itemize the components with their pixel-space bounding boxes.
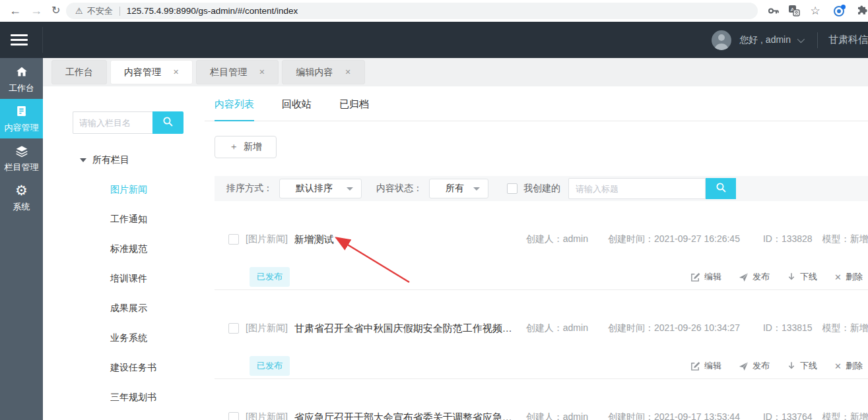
tree-item[interactable]: 工作通知 [63, 204, 193, 234]
item-checkbox[interactable] [228, 412, 239, 420]
tree-item[interactable]: 三年规划书 [63, 382, 193, 412]
app-header: 您好 , admin 甘肃科信 [0, 22, 868, 58]
item-category: [图片新闻] [246, 322, 288, 334]
delete-button[interactable]: ✕ 删除 [834, 360, 863, 372]
browser-reload-icon[interactable]: ↻ [51, 3, 60, 18]
tab-archived[interactable]: 已归档 [339, 98, 369, 121]
content-panel: 内容列表 回收站 已归档 ＋ 新增 排序方式： 默认排序 内容状态： 所有 我创… [205, 86, 868, 420]
send-icon [739, 361, 749, 371]
sidebar-item-columns[interactable]: 栏目管理 [0, 138, 43, 178]
sidebar-item-label: 内容管理 [5, 122, 39, 134]
page-tab-edit[interactable]: 编辑内容 ✕ [282, 60, 364, 84]
item-title[interactable]: 省应急厅召开干部大会宣布省委关于调整省应急… [294, 411, 522, 420]
tree-item[interactable]: 培训课件 [63, 264, 193, 293]
offline-button[interactable]: 下线 [787, 271, 817, 283]
edit-button[interactable]: 编辑 [690, 360, 721, 372]
sidebar-item-workbench[interactable]: 工作台 [0, 59, 43, 99]
browser-forward-icon[interactable]: → [30, 3, 42, 18]
page-tab-strip: 工作台 内容管理 ✕ 栏目管理 ✕ 编辑内容 ✕ [43, 58, 868, 86]
sidebar-item-content[interactable]: 内容管理 [0, 99, 43, 138]
sidebar-item-system[interactable]: ⚙ 系统 [0, 178, 43, 218]
page-tab-columns[interactable]: 栏目管理 ✕ [196, 60, 279, 84]
tree-root-all-columns[interactable]: 所有栏目 [63, 151, 193, 169]
item-action-row: 已发布 编辑 发布 下线 ✕ [215, 353, 868, 378]
caret-down-icon [347, 187, 353, 191]
item-title[interactable]: 新增测试 [294, 233, 522, 246]
column-search-input[interactable] [73, 111, 152, 134]
item-created-time: 创建时间：2021-09-17 13:53:44 [608, 411, 740, 420]
action-label: 发布 [752, 271, 770, 283]
tree-item[interactable]: 标准规范 [63, 234, 193, 264]
delete-button[interactable]: ✕ 删除 [834, 271, 863, 283]
item-model: 模型：新增 [822, 411, 868, 420]
delete-x-icon: ✕ [834, 361, 842, 371]
offline-button[interactable]: 下线 [787, 360, 817, 372]
filter-bar: 排序方式： 默认排序 内容状态： 所有 我创建的 [215, 176, 868, 201]
document-icon [15, 104, 28, 119]
status-select[interactable]: 所有 [429, 179, 488, 198]
title-search-input[interactable] [568, 178, 706, 199]
item-title-row: [图片新闻] 省应急厅召开干部大会宣布省委关于调整省应急… 创建人：admin … [215, 407, 868, 420]
title-search-button[interactable] [706, 178, 736, 199]
item-title-row: [图片新闻] 新增测试 创建人：admin 创建时间：2021-09-27 16… [215, 229, 868, 250]
column-search-button[interactable] [152, 111, 184, 134]
tree-item[interactable]: 建设任务书 [63, 353, 193, 382]
tree-item[interactable]: 成果展示 [63, 293, 193, 323]
content-list-item: [图片新闻] 甘肃省召开全省中秋国庆假期安全防范工作视频… 创建人：admin … [215, 290, 868, 379]
header-divider [42, 27, 43, 53]
column-tree-panel: 所有栏目 图片新闻 工作通知 标准规范 培训课件 成果展示 业务系统 建设任务书… [63, 96, 193, 420]
tree-item[interactable]: 业务系统 [63, 323, 193, 353]
close-icon[interactable]: ✕ [173, 68, 179, 76]
tree-item[interactable]: 图片新闻 [63, 175, 193, 204]
content-list-item: [图片新闻] 省应急厅召开干部大会宣布省委关于调整省应急… 创建人：admin … [215, 379, 868, 420]
url-text: 125.75.4.99:8990/gs-admin/#/content/inde… [127, 6, 298, 16]
action-label: 编辑 [704, 271, 721, 283]
sort-select[interactable]: 默认排序 [279, 179, 362, 198]
item-checkbox[interactable] [228, 323, 239, 334]
user-area: 您好 , admin 甘肃科信 [712, 22, 868, 58]
user-greeting[interactable]: 您好 , admin [739, 34, 791, 46]
org-name: 甘肃科信 [828, 34, 868, 46]
action-label: 删除 [846, 271, 863, 283]
created-by-me-checkbox[interactable] [507, 183, 517, 194]
status-badge: 已发布 [250, 267, 290, 287]
password-key-icon[interactable] [766, 3, 780, 18]
edit-button[interactable]: 编辑 [690, 271, 721, 283]
item-id: ID：133828 [763, 233, 813, 245]
address-bar[interactable]: ⚠ 不安全 125.75.4.99:8990/gs-admin/#/conten… [66, 3, 758, 19]
extension-badge-icon[interactable] [832, 3, 847, 18]
publish-button[interactable]: 发布 [739, 360, 770, 372]
bookmark-star-icon[interactable]: ☆ [808, 3, 822, 18]
chevron-down-icon[interactable] [797, 35, 805, 42]
content-list: [图片新闻] 新增测试 创建人：admin 创建时间：2021-09-27 16… [205, 201, 868, 420]
layers-icon [15, 144, 28, 158]
translate-icon[interactable]: A [787, 3, 801, 18]
page-tab-label: 编辑内容 [296, 67, 333, 78]
column-tree: 所有栏目 图片新闻 工作通知 标准规范 培训课件 成果展示 业务系统 建设任务书… [63, 151, 193, 412]
item-checkbox[interactable] [228, 234, 239, 245]
content-list-item: [图片新闻] 新增测试 创建人：admin 创建时间：2021-09-27 16… [215, 201, 868, 290]
page-tab-workbench[interactable]: 工作台 [51, 60, 107, 84]
tab-recycle-bin[interactable]: 回收站 [282, 98, 312, 121]
status-value: 所有 [446, 183, 464, 195]
item-title[interactable]: 甘肃省召开全省中秋国庆假期安全防范工作视频… [294, 322, 522, 335]
status-badge: 已发布 [250, 356, 290, 376]
avatar[interactable] [712, 30, 731, 50]
arrow-down-icon [787, 361, 796, 371]
item-created-time: 创建时间：2021-09-26 10:34:27 [608, 322, 740, 334]
browser-back-icon[interactable]: ← [9, 3, 21, 18]
close-icon[interactable]: ✕ [345, 68, 351, 76]
close-icon[interactable]: ✕ [259, 68, 265, 76]
menu-collapse-icon[interactable] [11, 34, 28, 48]
created-by-me-label: 我创建的 [523, 183, 560, 195]
edit-icon [690, 272, 700, 282]
item-creator: 创建人：admin [526, 322, 588, 334]
item-created-time: 创建时间：2021-09-27 16:26:45 [608, 233, 740, 245]
publish-button[interactable]: 发布 [739, 271, 770, 283]
action-label: 删除 [846, 360, 863, 372]
page-tab-content[interactable]: 内容管理 ✕ [110, 60, 193, 84]
add-content-button[interactable]: ＋ 新增 [215, 136, 277, 158]
add-button-label: 新增 [244, 141, 262, 153]
extensions-puzzle-icon[interactable] [855, 3, 868, 18]
tab-content-list[interactable]: 内容列表 [215, 98, 254, 121]
